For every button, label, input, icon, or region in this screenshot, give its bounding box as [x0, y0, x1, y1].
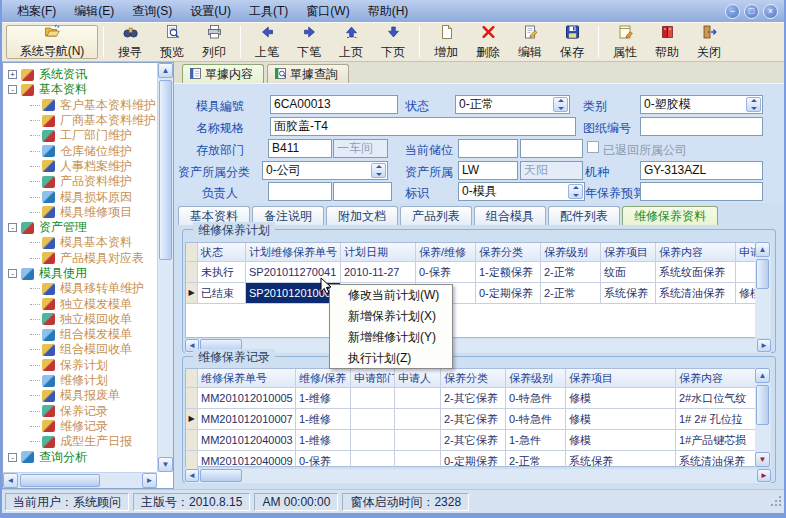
- column-header[interactable]: 保养内容: [676, 369, 756, 388]
- scroll-right-icon[interactable]: ►: [142, 473, 157, 488]
- prev-page-button[interactable]: 上页: [330, 24, 372, 60]
- column-header[interactable]: 计划日期: [341, 243, 416, 262]
- sidebar-item[interactable]: 模具报废单: [8, 388, 156, 403]
- column-header[interactable]: 申请: [736, 243, 756, 262]
- sidebar-item[interactable]: 模具维修项目: [8, 205, 156, 220]
- menu-item-execute-plan[interactable]: 执行计划(Z): [330, 348, 452, 368]
- asset-owner-code-field[interactable]: LW: [458, 161, 518, 180]
- menu-help[interactable]: 帮助(H): [359, 1, 418, 22]
- sidebar-vertical-scrollbar[interactable]: ▲ ▼: [157, 63, 173, 472]
- scrollbar-thumb[interactable]: [20, 474, 100, 487]
- annual-budget-field[interactable]: [640, 182, 763, 201]
- mold-no-field[interactable]: 6CA00013: [270, 95, 398, 114]
- sidebar-item[interactable]: 仓库储位维护: [8, 143, 156, 158]
- scrollbar-thumb[interactable]: [159, 80, 172, 260]
- prev-record-button[interactable]: 上笔: [246, 24, 288, 60]
- dropdown-arrows-icon[interactable]: [371, 163, 386, 178]
- sidebar-item[interactable]: 组合模回收单: [8, 342, 156, 357]
- delete-button[interactable]: 删除: [467, 24, 509, 60]
- tab-maintenance-data[interactable]: 维修保养资料: [622, 206, 718, 225]
- column-header[interactable]: 状态: [198, 243, 246, 262]
- menu-tools[interactable]: 工具(T): [240, 1, 297, 22]
- dropdown-arrows-icon[interactable]: [746, 97, 761, 112]
- resize-grip[interactable]: [769, 496, 781, 508]
- sidebar-item-mold-usage[interactable]: -模具使用: [8, 266, 156, 281]
- column-header[interactable]: 保养/维修: [416, 243, 476, 262]
- sidebar-item[interactable]: 保养计划: [8, 358, 156, 373]
- system-nav-button[interactable]: 系统导航(N): [6, 25, 98, 59]
- next-page-button[interactable]: 下页: [372, 24, 414, 60]
- search-button[interactable]: 搜寻: [109, 24, 151, 60]
- next-record-button[interactable]: 下笔: [288, 24, 330, 60]
- scroll-left-icon[interactable]: ◄: [3, 473, 18, 488]
- sidebar-item[interactable]: 人事档案维护: [8, 159, 156, 174]
- help-button[interactable]: 帮助: [646, 24, 688, 60]
- current-location-field-2[interactable]: [520, 139, 583, 158]
- sidebar-item[interactable]: 成型生产日报: [8, 434, 156, 449]
- tree-expander[interactable]: -: [8, 85, 17, 94]
- tree-expander[interactable]: -: [8, 453, 17, 462]
- sidebar-item-system-info[interactable]: +系统资讯: [8, 67, 156, 82]
- sidebar-item[interactable]: 工厂部门维护: [8, 128, 156, 143]
- scroll-up-icon[interactable]: ▲: [158, 63, 173, 78]
- restore-button[interactable]: □: [744, 4, 759, 19]
- sidebar-item[interactable]: 独立模回收单: [8, 312, 156, 327]
- drawing-no-field[interactable]: [640, 117, 763, 136]
- status-select[interactable]: 0-正常: [455, 95, 570, 114]
- menu-edit[interactable]: 编辑(E): [65, 1, 123, 22]
- column-header[interactable]: 保养内容: [656, 243, 736, 262]
- close-window-button[interactable]: ×: [763, 4, 778, 19]
- tab-document-query[interactable]: 單據查詢: [267, 64, 349, 84]
- scroll-down-icon[interactable]: ▼: [755, 452, 770, 467]
- sidebar-item[interactable]: 模具移转单维护: [8, 281, 156, 296]
- scroll-right-icon[interactable]: ►: [757, 469, 771, 482]
- menu-item-edit-current-plan[interactable]: 修改当前计划(W): [330, 285, 452, 305]
- dropdown-arrows-icon[interactable]: [568, 184, 583, 199]
- column-header[interactable]: 保养项目: [566, 369, 676, 388]
- record-horizontal-scrollbar[interactable]: ◄ ►: [185, 469, 771, 483]
- column-header[interactable]: 保养项目: [601, 243, 656, 262]
- scrollbar-thumb[interactable]: [756, 259, 769, 289]
- returned-checkbox[interactable]: [587, 141, 599, 153]
- column-header[interactable]: 保养分类: [441, 369, 506, 388]
- tree-expander[interactable]: -: [8, 269, 17, 278]
- table-row[interactable]: 未执行 SP201011270041 2010-11-27 0-保养 1-定额保…: [186, 262, 770, 283]
- print-button[interactable]: 列印: [193, 24, 235, 60]
- name-spec-field[interactable]: 面胶盖-T4: [270, 117, 576, 136]
- sidebar-item[interactable]: 模具损坏原因: [8, 189, 156, 204]
- column-header[interactable]: 申请部门: [351, 369, 395, 388]
- scroll-up-icon[interactable]: ▲: [755, 242, 770, 257]
- category-select[interactable]: 0-塑胶模: [640, 95, 763, 114]
- menu-item-add-repair-plan[interactable]: 新增维修计划(Y): [330, 327, 452, 347]
- current-location-field-1[interactable]: [458, 139, 518, 158]
- manager-field-2[interactable]: [333, 182, 392, 201]
- column-header[interactable]: 保养级别: [506, 369, 566, 388]
- sidebar-item-asset-mgmt[interactable]: -资产管理: [8, 220, 156, 235]
- scroll-down-icon[interactable]: ▼: [158, 457, 173, 472]
- tab-combined-molds[interactable]: 组合模具: [474, 206, 546, 225]
- column-header[interactable]: 维修保养单号: [198, 369, 296, 388]
- menu-query[interactable]: 查询(S): [123, 1, 181, 22]
- table-row[interactable]: MM201012010005 1-维修 2-其它保养 0-特急件 修模 2#水口…: [186, 388, 770, 409]
- scroll-right-icon[interactable]: ►: [757, 339, 771, 352]
- sidebar-item-query-analysis[interactable]: -查询分析: [8, 449, 156, 464]
- scroll-left-icon[interactable]: ◄: [185, 469, 199, 482]
- sidebar-item[interactable]: 厂商基本资料维护: [8, 113, 156, 128]
- sidebar-item-basic-data[interactable]: -基本资料: [8, 82, 156, 97]
- column-header[interactable]: 维修/保养: [296, 369, 351, 388]
- menu-window[interactable]: 窗口(W): [297, 1, 358, 22]
- properties-button[interactable]: 属性: [604, 24, 646, 60]
- tree-expander[interactable]: +: [8, 70, 17, 79]
- sidebar-item[interactable]: 模具基本资料: [8, 235, 156, 250]
- column-header[interactable]: 计划维修保养单号: [246, 243, 341, 262]
- minimize-button[interactable]: −: [725, 4, 740, 19]
- close-button[interactable]: 关闭: [688, 24, 730, 60]
- column-header[interactable]: 保养分类: [476, 243, 541, 262]
- table-row[interactable]: MM201012040003 1-维修 2-其它保养 1-急件 修模 1#产品键…: [186, 430, 770, 451]
- table-row-current[interactable]: ▶ MM201012010007 1-维修 2-其它保养 0-特急件 修模 1#…: [186, 409, 770, 430]
- scroll-up-icon[interactable]: ▲: [755, 368, 770, 383]
- tree-expander[interactable]: -: [8, 223, 17, 232]
- preview-button[interactable]: 预览: [151, 24, 193, 60]
- sidebar-item[interactable]: 维修记录: [8, 419, 156, 434]
- table-row-selected[interactable]: ▶ 已结束 SP201012010001 0-定期保养 2-正常 系统保养 系统…: [186, 283, 770, 304]
